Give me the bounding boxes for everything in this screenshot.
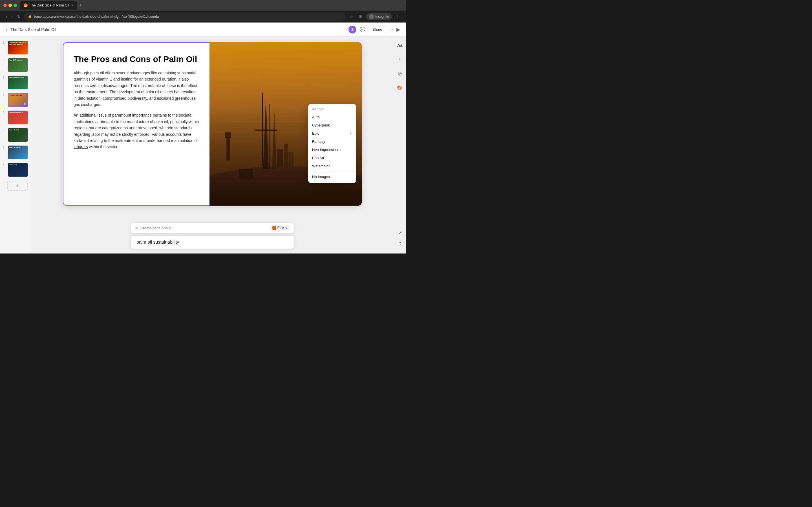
svg-rect-10 xyxy=(284,144,288,166)
slide-thumb-text-2: Palm Oil Production xyxy=(9,59,27,61)
slide-thumb-text-7: What Can We Do? xyxy=(9,147,27,148)
dropdown-label-auto: Auto xyxy=(312,115,320,119)
more-options-button[interactable]: ··· xyxy=(389,27,393,32)
suggestion-bar[interactable]: palm oil sustainability xyxy=(131,235,294,249)
slide-thumb-2[interactable]: 2 Palm Oil Production xyxy=(2,57,29,73)
slide-thumb-text-5: Sustainable Palm Oil xyxy=(9,112,27,113)
play-button[interactable]: ▶ xyxy=(396,26,400,33)
svg-rect-13 xyxy=(239,169,253,177)
slide-image-6: Future Outlook xyxy=(8,128,28,142)
slide-thumb-6[interactable]: 6 Future Outlook xyxy=(2,127,29,143)
help-icon[interactable]: ? xyxy=(398,240,403,248)
slide-image-8: Conclusion xyxy=(8,163,28,177)
comment-icon[interactable]: 💬 xyxy=(360,27,365,32)
dropdown-item-neo-impressionist[interactable]: Neo Impressionist xyxy=(308,146,356,154)
add-element-button[interactable]: + xyxy=(397,55,403,63)
svg-rect-8 xyxy=(255,129,277,131)
slide-bg-6: Future Outlook xyxy=(8,128,28,142)
slide-bg-7: What Can We Do? xyxy=(8,146,28,159)
minimize-traffic-light[interactable] xyxy=(8,4,12,7)
style-badge-label: Epic xyxy=(277,226,284,230)
forward-button[interactable]: › xyxy=(10,13,14,20)
style-chevron-icon: ∨ xyxy=(285,226,288,230)
svg-rect-2 xyxy=(226,138,230,161)
epic-checkmark: ✓ xyxy=(349,131,352,135)
dropdown-item-pop-art[interactable]: Pop Art xyxy=(308,154,356,162)
dropdown-label-pop-art: Pop Art xyxy=(312,156,324,160)
app-header: ‹ The Dark Side of Palm Oil S 💬 Share ··… xyxy=(0,22,406,37)
slide-image-7: What Can We Do? xyxy=(8,145,28,159)
right-sidebar: Aa + ◎ 🎨 xyxy=(394,37,406,253)
dropdown-item-fantasy[interactable]: Fantasy xyxy=(308,137,356,146)
text-style-button[interactable]: Aa xyxy=(395,41,404,49)
slide-image-3: Environmental Impact xyxy=(8,75,28,90)
slide-image-1: Discover the Dark Side of Palm Oil Produ… xyxy=(8,41,28,55)
slide-number-2: 2 xyxy=(3,58,6,62)
reload-button[interactable]: ↻ xyxy=(16,13,22,20)
address-bar[interactable]: 🔒 tome.app/sarahsworkspace/the-dark-side… xyxy=(24,12,346,21)
dropdown-item-no-images[interactable]: No Images xyxy=(308,173,356,181)
url-text: tome.app/sarahsworkspace/the-dark-side-o… xyxy=(34,15,159,18)
slide-thumb-7[interactable]: 7 What Can We Do? xyxy=(2,145,29,160)
dropdown-item-auto[interactable]: Auto xyxy=(308,113,356,121)
dropdown-item-watercolor[interactable]: Watercolor xyxy=(308,162,356,170)
new-tab-button[interactable]: + xyxy=(79,3,82,8)
bottom-right-icons: ⤢ ? xyxy=(397,229,403,248)
expand-icon[interactable]: ⤢ xyxy=(397,229,403,237)
slide-paragraph-1: Although palm oil offers several advanta… xyxy=(73,70,199,108)
active-tab[interactable]: The Dark Side of Palm Oil × xyxy=(20,1,77,10)
back-button[interactable]: ‹ xyxy=(4,13,8,20)
target-button[interactable]: ◎ xyxy=(396,69,403,78)
svg-rect-7 xyxy=(269,104,269,169)
slide-image-5: Sustainable Palm Oil xyxy=(8,110,28,124)
slide-panel: 1 Discover the Dark Side of Palm Oil Pro… xyxy=(0,37,31,253)
dropdown-item-epic[interactable]: Epic ✓ xyxy=(308,129,356,137)
slide-bg-3: Environmental Impact xyxy=(8,76,28,89)
content-area: The Pros and Cons of Palm Oil Although p… xyxy=(31,37,394,253)
incognito-button[interactable]: Incognito xyxy=(366,13,392,20)
slide-thumb-3[interactable]: 3 Environmental Impact xyxy=(2,75,29,90)
laborers-link[interactable]: laborers xyxy=(73,145,88,149)
add-slide-button[interactable]: + xyxy=(7,181,28,191)
create-icon: ⊞ xyxy=(135,226,138,230)
main-area: 1 Discover the Dark Side of Palm Oil Pro… xyxy=(0,37,406,253)
slide-thumb-4[interactable]: 4 The Pros and Cons S xyxy=(2,93,29,108)
dropdown-label-watercolor: Watercolor xyxy=(312,164,329,168)
nav-actions: ☆ ⊞ Incognito ⋮ xyxy=(348,13,402,20)
art-style-dropdown: Art Style Auto Cyberpunk Epic ✓ Fantasy xyxy=(308,104,356,183)
extensions-button[interactable]: ⊞ xyxy=(357,13,364,20)
slide-bg-8: Conclusion xyxy=(8,163,28,177)
tab-favicon xyxy=(24,3,28,7)
slide-thumb-5[interactable]: 5 Sustainable Palm Oil xyxy=(2,110,29,125)
create-bar: ⊞ Epic ∨ xyxy=(131,223,294,233)
bookmark-button[interactable]: ☆ xyxy=(348,13,355,20)
svg-rect-11 xyxy=(289,152,294,166)
slide-para1-text: Although palm oil offers several advanta… xyxy=(73,71,197,107)
menu-button[interactable]: ⋮ xyxy=(394,13,402,20)
slide-number-1: 1 xyxy=(3,41,6,44)
tab-close-button[interactable]: × xyxy=(71,3,73,7)
share-button[interactable]: Share xyxy=(369,26,386,33)
traffic-lights xyxy=(3,4,17,7)
slide-thumb-1[interactable]: 1 Discover the Dark Side of Palm Oil Pro… xyxy=(2,40,29,55)
style-badge[interactable]: Epic ∨ xyxy=(270,225,290,231)
slide-number-3: 3 xyxy=(3,75,6,79)
dropdown-label-epic: Epic xyxy=(312,131,319,135)
dropdown-label-neo-impressionist: Neo Impressionist xyxy=(312,148,342,152)
slide-number-6: 6 xyxy=(3,128,6,131)
slide-thumb-text-4: The Pros and Cons xyxy=(9,94,27,96)
slide-thumb-8[interactable]: 8 Conclusion xyxy=(2,162,29,177)
app-back-button[interactable]: ‹ xyxy=(6,27,7,32)
palette-button[interactable]: 🎨 xyxy=(395,83,404,92)
maximize-traffic-light[interactable] xyxy=(13,4,17,7)
slide-s-badge: S xyxy=(23,102,27,106)
slide-text-panel: The Pros and Cons of Palm Oil Although p… xyxy=(63,42,209,206)
slide-number-8: 8 xyxy=(3,163,6,166)
app-title: The Dark Side of Palm Oil xyxy=(10,27,56,32)
style-badge-icon xyxy=(272,226,276,230)
close-traffic-light[interactable] xyxy=(3,4,7,7)
nav-bar: ‹ › ↻ 🔒 tome.app/sarahsworkspace/the-dar… xyxy=(0,11,406,22)
create-input[interactable] xyxy=(140,226,268,230)
dropdown-item-cyberpunk[interactable]: Cyberpunk xyxy=(308,121,356,129)
window-expand-icon[interactable]: ⌄ xyxy=(400,3,403,7)
